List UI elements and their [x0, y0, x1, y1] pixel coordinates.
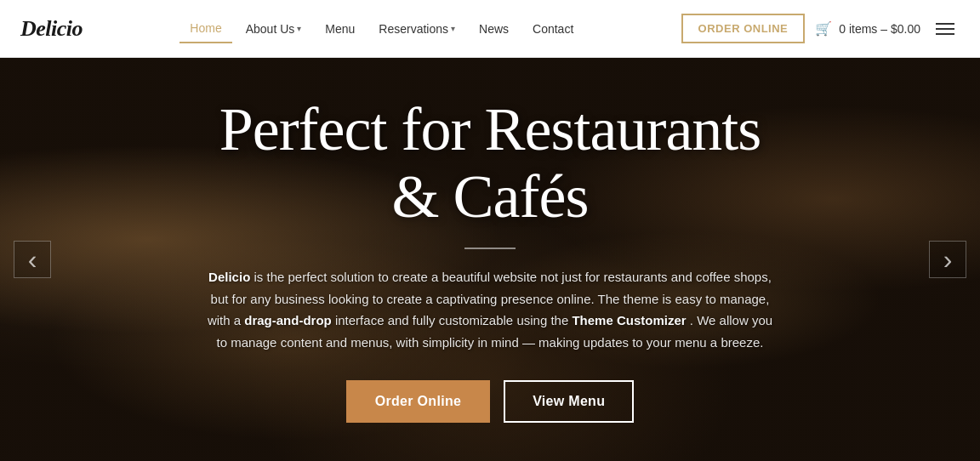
nav-item-news[interactable]: News	[469, 15, 519, 43]
cart-area[interactable]: 🛒 0 items – $0.00	[815, 20, 920, 37]
hero-content: Perfect for Restaurants & Cafés Delicio …	[167, 96, 813, 423]
hero-menu-button[interactable]: View Menu	[504, 380, 634, 423]
nav-item-contact[interactable]: Contact	[522, 15, 584, 43]
nav-right: ORDER ONLINE 🛒 0 items – $0.00	[681, 14, 960, 43]
hero-description: Delicio is the perfect solution to creat…	[201, 266, 779, 353]
chevron-down-icon: ▾	[297, 24, 301, 33]
main-nav: Home About Us ▾ Menu Reservations ▾ News…	[179, 14, 584, 43]
hamburger-line	[936, 28, 954, 30]
chevron-down-icon: ▾	[451, 24, 455, 33]
hero-divider	[464, 248, 516, 249]
hero-desc-bold-customizer: Theme Customizer	[572, 313, 686, 327]
hero-prev-arrow[interactable]: ‹	[14, 241, 51, 278]
hamburger-line	[936, 23, 954, 25]
hamburger-line	[936, 33, 954, 35]
nav-item-reservations[interactable]: Reservations ▾	[368, 15, 465, 43]
hero-title: Perfect for Restaurants & Cafés	[201, 96, 779, 230]
hero-order-button[interactable]: Order Online	[346, 380, 490, 423]
header: Delicio Home About Us ▾ Menu Reservation…	[0, 0, 980, 58]
hero-next-arrow[interactable]: ›	[929, 241, 966, 278]
nav-item-about[interactable]: About Us ▾	[236, 15, 312, 43]
hero-buttons: Order Online View Menu	[201, 380, 779, 423]
nav-item-menu[interactable]: Menu	[315, 15, 365, 43]
hero-desc-bold-brand: Delicio	[208, 270, 250, 284]
cart-label: 0 items – $0.00	[839, 22, 920, 36]
hamburger-menu[interactable]	[931, 18, 960, 40]
hero-desc-text2: interface and fully customizable using t…	[335, 313, 573, 327]
logo[interactable]: Delicio	[20, 16, 83, 42]
hero-section: ‹ Perfect for Restaurants & Cafés Delici…	[0, 58, 980, 461]
hero-desc-bold-dnd: drag-and-drop	[244, 313, 332, 327]
order-online-button[interactable]: ORDER ONLINE	[681, 14, 806, 43]
cart-icon: 🛒	[815, 20, 832, 37]
nav-item-home[interactable]: Home	[179, 14, 231, 43]
